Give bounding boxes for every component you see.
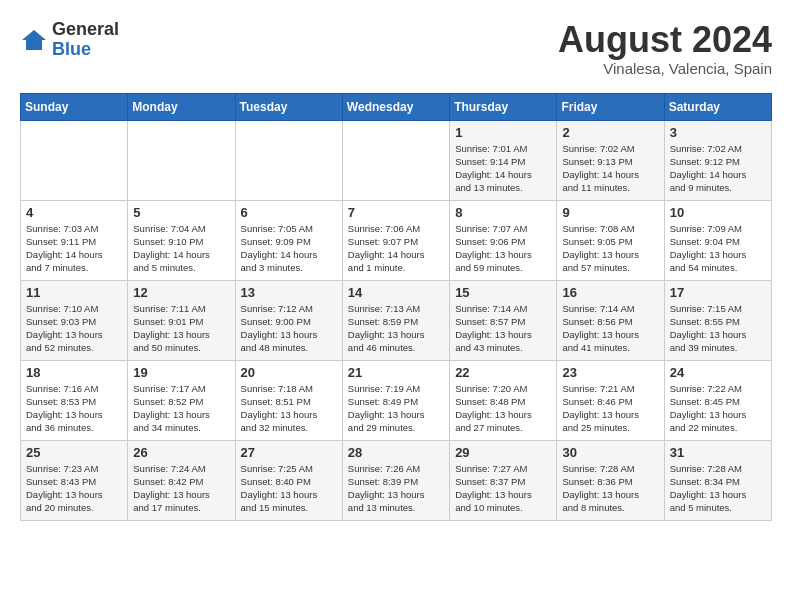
calendar-week-4: 18Sunrise: 7:16 AM Sunset: 8:53 PM Dayli…: [21, 360, 772, 440]
weekday-header-friday: Friday: [557, 93, 664, 120]
day-info: Sunrise: 7:06 AM Sunset: 9:07 PM Dayligh…: [348, 222, 444, 275]
day-number: 27: [241, 445, 337, 460]
calendar-cell: 11Sunrise: 7:10 AM Sunset: 9:03 PM Dayli…: [21, 280, 128, 360]
day-number: 1: [455, 125, 551, 140]
day-number: 17: [670, 285, 766, 300]
day-number: 11: [26, 285, 122, 300]
weekday-row: SundayMondayTuesdayWednesdayThursdayFrid…: [21, 93, 772, 120]
day-number: 8: [455, 205, 551, 220]
calendar-cell: 23Sunrise: 7:21 AM Sunset: 8:46 PM Dayli…: [557, 360, 664, 440]
calendar-header: SundayMondayTuesdayWednesdayThursdayFrid…: [21, 93, 772, 120]
day-info: Sunrise: 7:28 AM Sunset: 8:34 PM Dayligh…: [670, 462, 766, 515]
calendar-cell: 27Sunrise: 7:25 AM Sunset: 8:40 PM Dayli…: [235, 440, 342, 520]
calendar-cell: 31Sunrise: 7:28 AM Sunset: 8:34 PM Dayli…: [664, 440, 771, 520]
calendar-cell: [342, 120, 449, 200]
calendar-cell: 4Sunrise: 7:03 AM Sunset: 9:11 PM Daylig…: [21, 200, 128, 280]
calendar-cell: 25Sunrise: 7:23 AM Sunset: 8:43 PM Dayli…: [21, 440, 128, 520]
day-number: 22: [455, 365, 551, 380]
day-info: Sunrise: 7:15 AM Sunset: 8:55 PM Dayligh…: [670, 302, 766, 355]
calendar-cell: 14Sunrise: 7:13 AM Sunset: 8:59 PM Dayli…: [342, 280, 449, 360]
logo-icon: [20, 26, 48, 54]
calendar-cell: 26Sunrise: 7:24 AM Sunset: 8:42 PM Dayli…: [128, 440, 235, 520]
weekday-header-saturday: Saturday: [664, 93, 771, 120]
day-info: Sunrise: 7:10 AM Sunset: 9:03 PM Dayligh…: [26, 302, 122, 355]
day-info: Sunrise: 7:14 AM Sunset: 8:57 PM Dayligh…: [455, 302, 551, 355]
calendar-cell: 2Sunrise: 7:02 AM Sunset: 9:13 PM Daylig…: [557, 120, 664, 200]
day-info: Sunrise: 7:19 AM Sunset: 8:49 PM Dayligh…: [348, 382, 444, 435]
logo-general-text: General: [52, 20, 119, 40]
calendar-cell: 18Sunrise: 7:16 AM Sunset: 8:53 PM Dayli…: [21, 360, 128, 440]
page-header: General Blue August 2024 Vinalesa, Valen…: [20, 20, 772, 77]
weekday-header-tuesday: Tuesday: [235, 93, 342, 120]
day-info: Sunrise: 7:20 AM Sunset: 8:48 PM Dayligh…: [455, 382, 551, 435]
day-number: 28: [348, 445, 444, 460]
day-number: 6: [241, 205, 337, 220]
day-info: Sunrise: 7:07 AM Sunset: 9:06 PM Dayligh…: [455, 222, 551, 275]
calendar-cell: 10Sunrise: 7:09 AM Sunset: 9:04 PM Dayli…: [664, 200, 771, 280]
day-number: 24: [670, 365, 766, 380]
day-number: 30: [562, 445, 658, 460]
day-info: Sunrise: 7:03 AM Sunset: 9:11 PM Dayligh…: [26, 222, 122, 275]
day-info: Sunrise: 7:02 AM Sunset: 9:12 PM Dayligh…: [670, 142, 766, 195]
calendar-cell: [21, 120, 128, 200]
calendar-cell: 12Sunrise: 7:11 AM Sunset: 9:01 PM Dayli…: [128, 280, 235, 360]
calendar-week-3: 11Sunrise: 7:10 AM Sunset: 9:03 PM Dayli…: [21, 280, 772, 360]
day-info: Sunrise: 7:13 AM Sunset: 8:59 PM Dayligh…: [348, 302, 444, 355]
day-number: 29: [455, 445, 551, 460]
calendar-cell: 22Sunrise: 7:20 AM Sunset: 8:48 PM Dayli…: [450, 360, 557, 440]
calendar-cell: [235, 120, 342, 200]
calendar-week-2: 4Sunrise: 7:03 AM Sunset: 9:11 PM Daylig…: [21, 200, 772, 280]
calendar-cell: 24Sunrise: 7:22 AM Sunset: 8:45 PM Dayli…: [664, 360, 771, 440]
day-info: Sunrise: 7:04 AM Sunset: 9:10 PM Dayligh…: [133, 222, 229, 275]
logo-blue-text: Blue: [52, 40, 119, 60]
calendar-week-5: 25Sunrise: 7:23 AM Sunset: 8:43 PM Dayli…: [21, 440, 772, 520]
day-info: Sunrise: 7:23 AM Sunset: 8:43 PM Dayligh…: [26, 462, 122, 515]
month-year-title: August 2024: [558, 20, 772, 60]
day-info: Sunrise: 7:27 AM Sunset: 8:37 PM Dayligh…: [455, 462, 551, 515]
day-number: 25: [26, 445, 122, 460]
calendar-cell: 20Sunrise: 7:18 AM Sunset: 8:51 PM Dayli…: [235, 360, 342, 440]
day-number: 15: [455, 285, 551, 300]
day-number: 20: [241, 365, 337, 380]
calendar-cell: 7Sunrise: 7:06 AM Sunset: 9:07 PM Daylig…: [342, 200, 449, 280]
day-info: Sunrise: 7:16 AM Sunset: 8:53 PM Dayligh…: [26, 382, 122, 435]
day-number: 31: [670, 445, 766, 460]
day-info: Sunrise: 7:21 AM Sunset: 8:46 PM Dayligh…: [562, 382, 658, 435]
day-number: 16: [562, 285, 658, 300]
day-info: Sunrise: 7:11 AM Sunset: 9:01 PM Dayligh…: [133, 302, 229, 355]
calendar-cell: 5Sunrise: 7:04 AM Sunset: 9:10 PM Daylig…: [128, 200, 235, 280]
calendar-cell: 19Sunrise: 7:17 AM Sunset: 8:52 PM Dayli…: [128, 360, 235, 440]
day-info: Sunrise: 7:14 AM Sunset: 8:56 PM Dayligh…: [562, 302, 658, 355]
weekday-header-sunday: Sunday: [21, 93, 128, 120]
day-number: 23: [562, 365, 658, 380]
day-info: Sunrise: 7:08 AM Sunset: 9:05 PM Dayligh…: [562, 222, 658, 275]
calendar-cell: 17Sunrise: 7:15 AM Sunset: 8:55 PM Dayli…: [664, 280, 771, 360]
day-info: Sunrise: 7:05 AM Sunset: 9:09 PM Dayligh…: [241, 222, 337, 275]
day-info: Sunrise: 7:17 AM Sunset: 8:52 PM Dayligh…: [133, 382, 229, 435]
calendar-cell: 8Sunrise: 7:07 AM Sunset: 9:06 PM Daylig…: [450, 200, 557, 280]
day-number: 3: [670, 125, 766, 140]
calendar-cell: 13Sunrise: 7:12 AM Sunset: 9:00 PM Dayli…: [235, 280, 342, 360]
day-number: 19: [133, 365, 229, 380]
day-number: 10: [670, 205, 766, 220]
calendar-table: SundayMondayTuesdayWednesdayThursdayFrid…: [20, 93, 772, 521]
weekday-header-wednesday: Wednesday: [342, 93, 449, 120]
logo-text: General Blue: [52, 20, 119, 60]
calendar-cell: 28Sunrise: 7:26 AM Sunset: 8:39 PM Dayli…: [342, 440, 449, 520]
day-number: 13: [241, 285, 337, 300]
day-number: 26: [133, 445, 229, 460]
day-number: 5: [133, 205, 229, 220]
weekday-header-thursday: Thursday: [450, 93, 557, 120]
logo: General Blue: [20, 20, 119, 60]
day-info: Sunrise: 7:18 AM Sunset: 8:51 PM Dayligh…: [241, 382, 337, 435]
day-number: 21: [348, 365, 444, 380]
calendar-cell: 6Sunrise: 7:05 AM Sunset: 9:09 PM Daylig…: [235, 200, 342, 280]
calendar-cell: [128, 120, 235, 200]
title-block: August 2024 Vinalesa, Valencia, Spain: [558, 20, 772, 77]
calendar-cell: 9Sunrise: 7:08 AM Sunset: 9:05 PM Daylig…: [557, 200, 664, 280]
day-number: 12: [133, 285, 229, 300]
calendar-cell: 1Sunrise: 7:01 AM Sunset: 9:14 PM Daylig…: [450, 120, 557, 200]
day-info: Sunrise: 7:09 AM Sunset: 9:04 PM Dayligh…: [670, 222, 766, 275]
day-info: Sunrise: 7:24 AM Sunset: 8:42 PM Dayligh…: [133, 462, 229, 515]
calendar-week-1: 1Sunrise: 7:01 AM Sunset: 9:14 PM Daylig…: [21, 120, 772, 200]
